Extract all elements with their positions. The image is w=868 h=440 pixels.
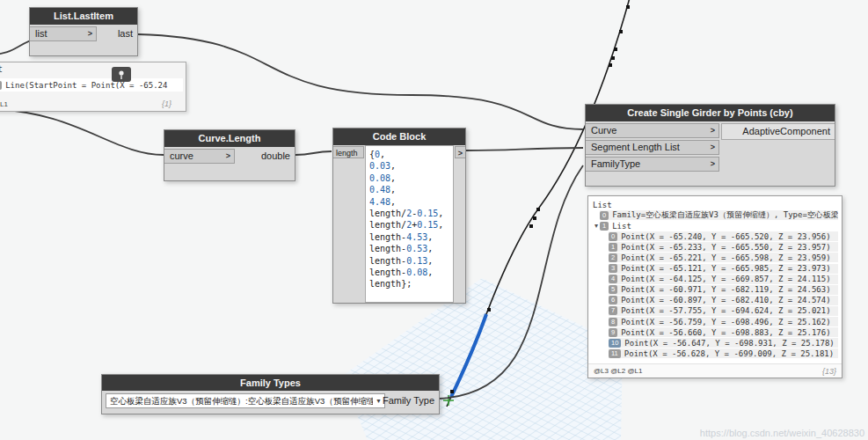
index-badge: 0: [600, 211, 609, 220]
code-block-lines[interactable]: {0,0.03,0.08,0.48,4.48,length/2-0.15,len…: [365, 145, 454, 303]
pin-button[interactable]: [112, 67, 131, 82]
watch-point-row: 10Point(X = -56.647, Y = -698.931, Z = 2…: [609, 338, 838, 348]
port-label: length: [336, 149, 358, 158]
index-badge: 7: [609, 306, 617, 315]
chevron-right-icon: >: [711, 123, 715, 138]
watch-point-text: Point(X = -65.221, Y = -665.598, Z = 23.…: [621, 253, 830, 262]
chevron-right-icon: >: [711, 140, 715, 155]
index-badge: 0: [0, 81, 2, 90]
code-line: length/2+0.15,: [369, 219, 451, 231]
port-label: Segment Length List: [591, 140, 680, 155]
code-line: length-0.53,: [369, 243, 451, 254]
index-badge: 6: [609, 296, 617, 304]
watch-point-text: Point(X = -65.121, Y = -665.985, Z = 23.…: [621, 264, 830, 273]
port-label: list: [35, 26, 47, 41]
watch-point-row: 1Point(X = -65.233, Y = -665.550, Z = 23…: [609, 242, 838, 252]
index-badge: 11: [609, 349, 621, 358]
watch-point-text: Point(X = -60.897, Y = -682.410, Z = 24.…: [621, 296, 830, 304]
port-label: curve: [170, 149, 193, 164]
item-count: {13}: [822, 367, 836, 376]
output-port-family-type[interactable]: Family Type: [377, 393, 439, 408]
watch-point-text: Point(X = -65.240, Y = -665.520, Z = 23.…: [621, 232, 830, 241]
input-port-curve[interactable]: curve >: [164, 149, 235, 164]
code-line: length-4.53,: [369, 231, 451, 243]
watch-sublist-row[interactable]: ▾ 1 List: [594, 221, 838, 231]
preview-bubble[interactable]: st 0 Line(StartPoint = Point(X = -65.24 …: [0, 62, 186, 112]
dropdown-selected-value: 空心板梁自适应族V3（预留伸缩缝）:空心板梁自适应族V3（预留伸缩缝）: [110, 393, 373, 408]
node-curve-length[interactable]: Curve.Length curve > double: [164, 129, 295, 181]
node-create-single-girder[interactable]: Create Single Girder by Points (cby) Cur…: [585, 104, 835, 187]
girder-input-port[interactable]: FamilyType>: [586, 157, 719, 172]
girder-input-port[interactable]: Curve>: [586, 123, 719, 138]
node-list-lastitem[interactable]: List.LastItem list > last: [29, 7, 138, 56]
watch-point-row: 4Point(X = -64.125, Y = -669.857, Z = 24…: [609, 275, 838, 284]
watch-point-text: Point(X = -56.759, Y = -698.496, Z = 25.…: [621, 318, 830, 326]
item-count: {1}: [162, 99, 171, 108]
watch-root-label: List: [593, 201, 612, 209]
index-badge: 1: [609, 243, 617, 252]
wire-double-to-length[interactable]: [295, 151, 332, 155]
collapse-triangle-icon[interactable]: ▾: [594, 222, 598, 230]
watch-point-row: 8Point(X = -56.759, Y = -698.496, Z = 25…: [609, 317, 838, 326]
watch-point-row: 0Point(X = -65.240, Y = -665.520, Z = 23…: [609, 231, 838, 241]
output-port[interactable]: >: [455, 146, 465, 158]
input-port-length[interactable]: length: [333, 146, 364, 158]
watch-root-row: List: [593, 200, 838, 209]
node-title: Create Single Girder by Points (cby): [586, 105, 835, 121]
index-badge: 10: [609, 339, 621, 348]
index-badge: 5: [609, 285, 617, 294]
index-badge: 3: [609, 264, 617, 273]
watermark: https://blog.csdn.net/weixin_40628830: [700, 428, 864, 438]
code-line: length-0.08,: [369, 267, 451, 278]
watch-point-row: 7Point(X = -57.755, Y = -694.624, Z = 25…: [609, 306, 838, 316]
code-line: 0.48,: [369, 184, 451, 195]
node-title: Code Block: [333, 128, 465, 145]
watch-points: 0Point(X = -65.240, Y = -665.520, Z = 23…: [609, 231, 838, 358]
bubble-value-row: 0 Line(StartPoint = Point(X = -65.24: [0, 78, 183, 92]
output-port-double[interactable]: double: [237, 149, 295, 164]
node-code-block[interactable]: Code Block length {0,0.03,0.08,0.48,4.48…: [332, 128, 466, 304]
port-label: last: [118, 28, 133, 39]
watch-sublist-label: List: [612, 222, 631, 231]
bubble-value: Line(StartPoint = Point(X = -65.24: [5, 81, 167, 90]
port-label: double: [261, 150, 290, 161]
pin-icon: [116, 70, 127, 80]
code-line: length/2-0.15,: [369, 208, 451, 219]
watch-point-text: Point(X = -64.125, Y = -669.857, Z = 24.…: [621, 275, 830, 283]
output-port-adaptivecomponent[interactable]: AdaptiveComponent: [721, 123, 835, 140]
index-badge: 4: [609, 275, 617, 283]
family-type-dropdown[interactable]: 空心板梁自适应族V3（预留伸缩缝）:空心板梁自适应族V3（预留伸缩缝） ▼: [106, 393, 385, 408]
port-label: FamilyType: [591, 157, 640, 172]
code-line: length};: [369, 278, 451, 290]
chevron-right-icon: >: [711, 157, 715, 172]
wire-into-curvelength[interactable]: [0, 109, 164, 155]
index-badge: 1: [600, 222, 609, 231]
lacing-labels[interactable]: @L3 @L2 @L1: [594, 367, 643, 375]
index-badge: 8: [609, 318, 617, 326]
watch-point-text: Point(X = -57.755, Y = -694.624, Z = 25.…: [621, 306, 830, 315]
wire-last-to-curve-input[interactable]: [138, 34, 583, 129]
watch-point-row: 11Point(X = -56.628, Y = -699.009, Z = 2…: [609, 348, 838, 358]
watch-point-row: 5Point(X = -60.971, Y = -682.119, Z = 24…: [609, 285, 838, 295]
watch-family-text: Family=空心板梁自适应族V3（预留伸缩缝）, Type=空心板梁: [612, 210, 838, 220]
girder-input-port[interactable]: Segment Length List>: [586, 140, 719, 155]
output-port-last[interactable]: last: [90, 26, 137, 41]
lacing-label[interactable]: @L1: [0, 100, 8, 108]
index-badge: 2: [609, 253, 617, 262]
code-line: {0,: [369, 149, 451, 160]
watch-point-row: 6Point(X = -60.897, Y = -682.410, Z = 24…: [609, 296, 838, 305]
watch-point-row: 3Point(X = -65.121, Y = -665.985, Z = 23…: [609, 264, 838, 274]
wire-codeblock-to-segmentlist[interactable]: [466, 148, 583, 150]
input-port-list[interactable]: list >: [30, 26, 97, 41]
watch-point-row: 2Point(X = -65.221, Y = -665.598, Z = 23…: [609, 253, 838, 262]
node-title: Curve.Length: [164, 130, 295, 147]
watch-list-panel[interactable]: List 0 Family=空心板梁自适应族V3（预留伸缩缝）, Type=空心…: [587, 195, 842, 378]
index-badge: 9: [609, 328, 617, 337]
port-label: AdaptiveComponent: [742, 126, 830, 136]
node-family-types[interactable]: Family Types 空心板梁自适应族V3（预留伸缩缝）:空心板梁自适应族V…: [101, 374, 440, 414]
code-line: length-0.13,: [369, 255, 451, 267]
girder-inputs: Curve>Segment Length List>FamilyType>: [586, 123, 719, 173]
watch-point-row: 9Point(X = -56.660, Y = -698.883, Z = 25…: [609, 327, 838, 337]
node-title: List.LastItem: [30, 8, 137, 25]
bubble-header: st: [0, 62, 186, 77]
